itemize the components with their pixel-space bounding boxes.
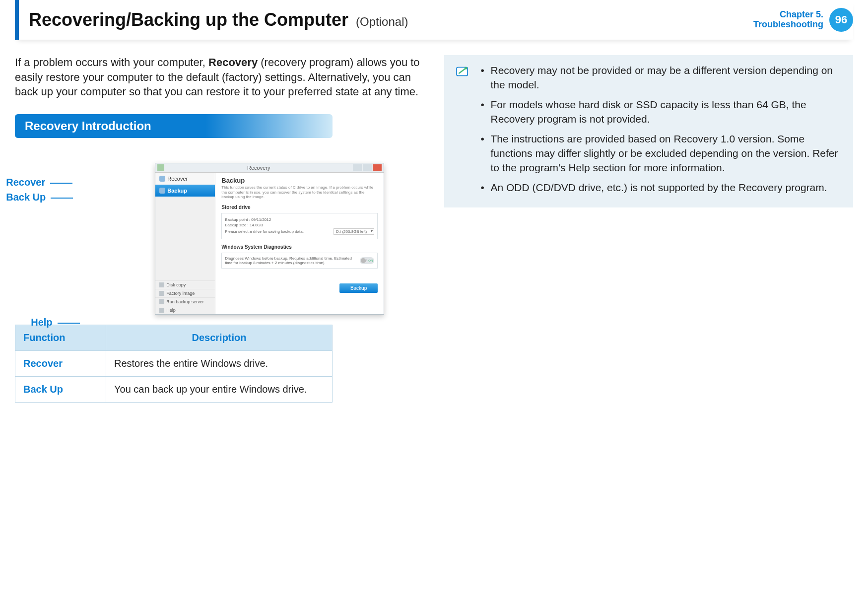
callout-recover: Recover xyxy=(6,177,45,188)
backup-icon xyxy=(159,188,165,194)
toggle-on-label: ON xyxy=(368,259,373,262)
page-subtitle: (Optional) xyxy=(356,15,408,29)
minimize-icon[interactable] xyxy=(353,164,362,171)
table-head-description: Description xyxy=(106,325,333,351)
window-title: Recovery xyxy=(164,165,353,171)
chapter-label: Chapter 5. Troubleshooting xyxy=(753,10,823,30)
run-backup-server-icon xyxy=(159,299,164,304)
table-fn-cell: Back Up xyxy=(15,377,106,403)
table-desc-cell: You can back up your entire Windows driv… xyxy=(106,377,333,403)
note-item: •The instructions are provided based on … xyxy=(481,132,844,175)
note-text: Recovery may not be provided or may be a… xyxy=(491,63,844,92)
note-text: For models whose hard disk or SSD capaci… xyxy=(491,97,844,127)
sidebar-run-backup-server[interactable]: Run backup server xyxy=(155,297,215,306)
right-column: •Recovery may not be provided or may be … xyxy=(444,55,854,207)
select-drive-prompt: Please select a drive for saving backup … xyxy=(225,229,304,234)
sidebar-factory-image[interactable]: Factory image xyxy=(155,289,215,297)
callout-help: Help xyxy=(31,317,52,328)
factory-image-label: Factory image xyxy=(166,291,195,296)
diagnostics-label: Windows System Diagnostics xyxy=(221,244,378,250)
backup-size-text: Backup size : 14.0GB xyxy=(225,223,263,227)
panel-description: This function saves the current status o… xyxy=(221,185,378,200)
diagnostics-box: Diagnoses Windows before backup. Require… xyxy=(221,253,378,269)
drive-select[interactable]: D:\ (200.8GB left) xyxy=(334,228,374,235)
recover-icon xyxy=(159,176,165,182)
function-table: Function Description Recover Restores th… xyxy=(15,325,333,403)
sidebar-item-recover[interactable]: Recover xyxy=(155,173,215,185)
backup-button[interactable]: Backup xyxy=(339,283,378,293)
sidebar-disk-copy[interactable]: Disk copy xyxy=(155,280,215,289)
sidebar-item-backup[interactable]: Backup xyxy=(155,185,215,197)
table-head-function: Function xyxy=(15,325,106,351)
panel-heading: Backup xyxy=(221,177,378,184)
page-title: Recovering/Backing up the Computer xyxy=(29,9,348,30)
svg-point-1 xyxy=(465,67,467,69)
intro-text-strong: Recovery xyxy=(208,56,258,68)
note-text: An ODD (CD/DVD drive, etc.) is not suppo… xyxy=(491,180,827,195)
note-text: The instructions are provided based on R… xyxy=(491,132,844,175)
stored-drive-label: Stored drive xyxy=(221,205,378,210)
window-icon xyxy=(157,164,164,171)
header-right: Chapter 5. Troubleshooting 96 xyxy=(753,8,853,32)
close-icon[interactable] xyxy=(373,164,382,171)
run-backup-server-label: Run backup server xyxy=(166,299,204,304)
note-icon xyxy=(454,63,471,80)
table-row: Back Up You can back up your entire Wind… xyxy=(15,377,333,403)
recovery-figure: Recover Back Up Help Recovery xyxy=(61,163,378,315)
sidebar-help[interactable]: Help xyxy=(155,306,215,314)
maximize-icon[interactable] xyxy=(363,164,372,171)
left-column: If a problem occurs with your computer, … xyxy=(15,55,424,403)
screenshot-sidebar: Recover Backup Disk copy Factory image xyxy=(155,173,215,314)
table-row: Recover Restores the entire Windows driv… xyxy=(15,351,333,377)
table-desc-cell: Restores the entire Windows drive. xyxy=(106,351,333,377)
callout-backup: Back Up xyxy=(6,192,46,203)
help-label: Help xyxy=(166,308,176,313)
intro-text-pre: If a problem occurs with your computer, xyxy=(15,56,208,68)
disk-copy-label: Disk copy xyxy=(166,282,186,287)
content-columns: If a problem occurs with your computer, … xyxy=(15,55,853,403)
sidebar-recover-label: Recover xyxy=(167,176,188,182)
screenshot-body: Recover Backup Disk copy Factory image xyxy=(155,173,384,314)
chapter-line1: Chapter 5. xyxy=(753,10,823,20)
note-item: •Recovery may not be provided or may be … xyxy=(481,63,844,92)
sidebar-backup-label: Backup xyxy=(167,188,187,194)
chapter-line2: Troubleshooting xyxy=(753,20,823,30)
intro-paragraph: If a problem occurs with your computer, … xyxy=(15,55,424,99)
page-header: Recovering/Backing up the Computer (Opti… xyxy=(15,0,853,40)
note-item: •An ODD (CD/DVD drive, etc.) is not supp… xyxy=(481,180,844,195)
note-item: •For models whose hard disk or SSD capac… xyxy=(481,97,844,127)
note-box: •Recovery may not be provided or may be … xyxy=(444,55,854,207)
header-left: Recovering/Backing up the Computer (Opti… xyxy=(29,9,408,30)
diagnostics-toggle[interactable]: OFF ON xyxy=(360,257,375,264)
screenshot-titlebar: Recovery xyxy=(155,163,384,173)
recovery-screenshot: Recovery Recover xyxy=(155,163,384,315)
window-controls xyxy=(353,164,382,171)
diagnostics-description: Diagnoses Windows before backup. Require… xyxy=(225,256,359,265)
toggle-knob-icon xyxy=(361,258,366,263)
backup-point-text: Backup point : 09/11/2012 xyxy=(225,217,271,222)
factory-image-icon xyxy=(159,291,164,296)
note-list: •Recovery may not be provided or may be … xyxy=(481,63,844,200)
section-heading: Recovery Introduction xyxy=(15,114,333,138)
screenshot-main-panel: Backup This function saves the current s… xyxy=(215,173,384,314)
page-number-badge: 96 xyxy=(829,8,853,32)
table-fn-cell: Recover xyxy=(15,351,106,377)
disk-copy-icon xyxy=(159,282,164,287)
help-icon xyxy=(159,308,164,313)
stored-drive-box: Backup point : 09/11/2012 Backup size : … xyxy=(221,213,378,239)
